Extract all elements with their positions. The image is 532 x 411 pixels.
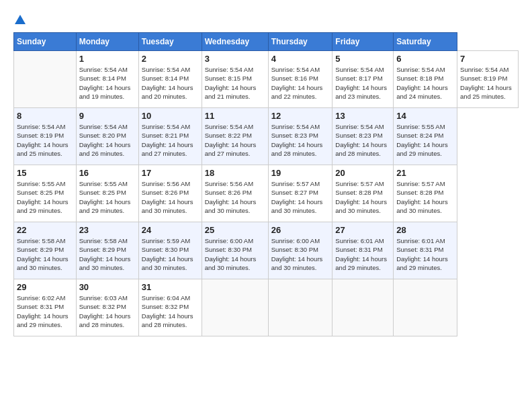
day-number: 5 xyxy=(335,54,390,64)
calendar-cell: 11Sunrise: 5:54 AMSunset: 8:22 PMDayligh… xyxy=(202,108,268,165)
day-number: 13 xyxy=(335,111,390,121)
calendar-cell: 18Sunrise: 5:56 AMSunset: 8:26 PMDayligh… xyxy=(202,165,268,222)
calendar-cell xyxy=(332,279,394,336)
calendar-cell: 4Sunrise: 5:54 AMSunset: 8:16 PMDaylight… xyxy=(268,51,332,108)
calendar-cell: 19Sunrise: 5:57 AMSunset: 8:27 PMDayligh… xyxy=(268,165,332,222)
day-info: Sunrise: 5:57 AMSunset: 8:27 PMDaylight:… xyxy=(271,179,330,215)
day-info: Sunrise: 5:54 AMSunset: 8:14 PMDaylight:… xyxy=(142,65,199,101)
day-info: Sunrise: 5:58 AMSunset: 8:29 PMDaylight:… xyxy=(79,236,136,272)
calendar-cell: 24Sunrise: 5:59 AMSunset: 8:30 PMDayligh… xyxy=(138,222,202,279)
calendar-cell: 9Sunrise: 5:54 AMSunset: 8:20 PMDaylight… xyxy=(76,108,138,165)
day-info: Sunrise: 5:54 AMSunset: 8:19 PMDaylight:… xyxy=(17,122,73,158)
day-info: Sunrise: 5:54 AMSunset: 8:21 PMDaylight:… xyxy=(142,122,199,158)
day-number: 31 xyxy=(142,282,199,292)
day-number: 4 xyxy=(271,54,330,64)
day-number: 6 xyxy=(396,54,454,64)
calendar-cell: 29Sunrise: 6:02 AMSunset: 8:31 PMDayligh… xyxy=(14,279,77,336)
calendar-header-thursday: Thursday xyxy=(268,33,332,51)
calendar-cell: 12Sunrise: 5:54 AMSunset: 8:23 PMDayligh… xyxy=(268,108,332,165)
calendar-cell xyxy=(14,51,77,108)
day-info: Sunrise: 5:57 AMSunset: 8:28 PMDaylight:… xyxy=(335,179,390,215)
day-number: 12 xyxy=(271,111,330,121)
day-info: Sunrise: 5:54 AMSunset: 8:17 PMDaylight:… xyxy=(335,65,390,101)
page-header xyxy=(13,13,519,26)
calendar-cell: 28Sunrise: 6:01 AMSunset: 8:31 PMDayligh… xyxy=(394,222,457,279)
day-info: Sunrise: 5:55 AMSunset: 8:25 PMDaylight:… xyxy=(17,179,73,215)
day-number: 11 xyxy=(205,111,265,121)
day-info: Sunrise: 5:55 AMSunset: 8:24 PMDaylight:… xyxy=(396,122,454,158)
calendar-cell xyxy=(394,279,457,336)
day-number: 28 xyxy=(396,225,454,235)
day-info: Sunrise: 6:03 AMSunset: 8:32 PMDaylight:… xyxy=(79,293,136,329)
day-number: 21 xyxy=(396,168,454,178)
calendar-cell: 20Sunrise: 5:57 AMSunset: 8:28 PMDayligh… xyxy=(332,165,394,222)
day-info: Sunrise: 5:54 AMSunset: 8:19 PMDaylight:… xyxy=(460,65,515,101)
calendar-cell: 14Sunrise: 5:55 AMSunset: 8:24 PMDayligh… xyxy=(394,108,457,165)
day-number: 18 xyxy=(205,168,265,178)
day-info: Sunrise: 5:54 AMSunset: 8:20 PMDaylight:… xyxy=(79,122,136,158)
day-number: 7 xyxy=(460,54,515,64)
day-number: 16 xyxy=(79,168,136,178)
calendar-week-row: 15Sunrise: 5:55 AMSunset: 8:25 PMDayligh… xyxy=(14,165,519,222)
day-number: 20 xyxy=(335,168,390,178)
day-info: Sunrise: 5:55 AMSunset: 8:25 PMDaylight:… xyxy=(79,179,136,215)
day-info: Sunrise: 5:56 AMSunset: 8:26 PMDaylight:… xyxy=(205,179,265,215)
svg-marker-0 xyxy=(15,15,26,24)
calendar-cell: 5Sunrise: 5:54 AMSunset: 8:17 PMDaylight… xyxy=(332,51,394,108)
day-number: 2 xyxy=(142,54,199,64)
day-info: Sunrise: 5:56 AMSunset: 8:26 PMDaylight:… xyxy=(142,179,199,215)
day-number: 19 xyxy=(271,168,330,178)
day-info: Sunrise: 5:54 AMSunset: 8:15 PMDaylight:… xyxy=(205,65,265,101)
day-number: 27 xyxy=(335,225,390,235)
day-number: 22 xyxy=(17,225,73,235)
day-number: 14 xyxy=(396,111,454,121)
calendar-week-row: 1Sunrise: 5:54 AMSunset: 8:14 PMDaylight… xyxy=(14,51,519,108)
day-info: Sunrise: 6:02 AMSunset: 8:31 PMDaylight:… xyxy=(17,293,73,329)
calendar-cell: 3Sunrise: 5:54 AMSunset: 8:15 PMDaylight… xyxy=(202,51,268,108)
calendar-cell: 2Sunrise: 5:54 AMSunset: 8:14 PMDaylight… xyxy=(138,51,202,108)
day-number: 29 xyxy=(17,282,73,292)
day-info: Sunrise: 6:00 AMSunset: 8:30 PMDaylight:… xyxy=(271,236,330,272)
calendar-header-tuesday: Tuesday xyxy=(138,33,202,51)
calendar-week-row: 22Sunrise: 5:58 AMSunset: 8:29 PMDayligh… xyxy=(14,222,519,279)
calendar-table: SundayMondayTuesdayWednesdayThursdayFrid… xyxy=(13,32,519,336)
day-number: 24 xyxy=(142,225,199,235)
day-info: Sunrise: 5:57 AMSunset: 8:28 PMDaylight:… xyxy=(396,179,454,215)
day-number: 15 xyxy=(17,168,73,178)
day-info: Sunrise: 5:58 AMSunset: 8:29 PMDaylight:… xyxy=(17,236,73,272)
day-info: Sunrise: 5:54 AMSunset: 8:23 PMDaylight:… xyxy=(271,122,330,158)
calendar-header-row: SundayMondayTuesdayWednesdayThursdayFrid… xyxy=(14,33,519,51)
calendar-cell: 27Sunrise: 6:01 AMSunset: 8:31 PMDayligh… xyxy=(332,222,394,279)
day-info: Sunrise: 6:00 AMSunset: 8:30 PMDaylight:… xyxy=(205,236,265,272)
calendar-cell: 31Sunrise: 6:04 AMSunset: 8:32 PMDayligh… xyxy=(138,279,202,336)
logo-triangle-icon xyxy=(14,13,26,26)
day-info: Sunrise: 6:01 AMSunset: 8:31 PMDaylight:… xyxy=(396,236,454,272)
day-info: Sunrise: 5:54 AMSunset: 8:18 PMDaylight:… xyxy=(396,65,454,101)
calendar-header-friday: Friday xyxy=(332,33,394,51)
calendar-cell: 13Sunrise: 5:54 AMSunset: 8:23 PMDayligh… xyxy=(332,108,394,165)
day-number: 8 xyxy=(17,111,73,121)
day-number: 1 xyxy=(79,54,136,64)
calendar-cell: 10Sunrise: 5:54 AMSunset: 8:21 PMDayligh… xyxy=(138,108,202,165)
logo xyxy=(13,13,27,26)
calendar-header-wednesday: Wednesday xyxy=(202,33,268,51)
day-number: 26 xyxy=(271,225,330,235)
day-number: 10 xyxy=(142,111,199,121)
day-number: 9 xyxy=(79,111,136,121)
calendar-cell: 8Sunrise: 5:54 AMSunset: 8:19 PMDaylight… xyxy=(14,108,77,165)
day-number: 23 xyxy=(79,225,136,235)
calendar-header-monday: Monday xyxy=(76,33,138,51)
day-number: 30 xyxy=(79,282,136,292)
calendar-cell: 15Sunrise: 5:55 AMSunset: 8:25 PMDayligh… xyxy=(14,165,77,222)
calendar-header-saturday: Saturday xyxy=(394,33,457,51)
calendar-cell: 16Sunrise: 5:55 AMSunset: 8:25 PMDayligh… xyxy=(76,165,138,222)
day-info: Sunrise: 5:54 AMSunset: 8:14 PMDaylight:… xyxy=(79,65,136,101)
calendar-cell: 30Sunrise: 6:03 AMSunset: 8:32 PMDayligh… xyxy=(76,279,138,336)
calendar-cell: 23Sunrise: 5:58 AMSunset: 8:29 PMDayligh… xyxy=(76,222,138,279)
calendar-cell: 25Sunrise: 6:00 AMSunset: 8:30 PMDayligh… xyxy=(202,222,268,279)
calendar-cell: 22Sunrise: 5:58 AMSunset: 8:29 PMDayligh… xyxy=(14,222,77,279)
calendar-cell: 17Sunrise: 5:56 AMSunset: 8:26 PMDayligh… xyxy=(138,165,202,222)
calendar-cell xyxy=(202,279,268,336)
calendar-cell xyxy=(268,279,332,336)
calendar-cell: 6Sunrise: 5:54 AMSunset: 8:18 PMDaylight… xyxy=(394,51,457,108)
